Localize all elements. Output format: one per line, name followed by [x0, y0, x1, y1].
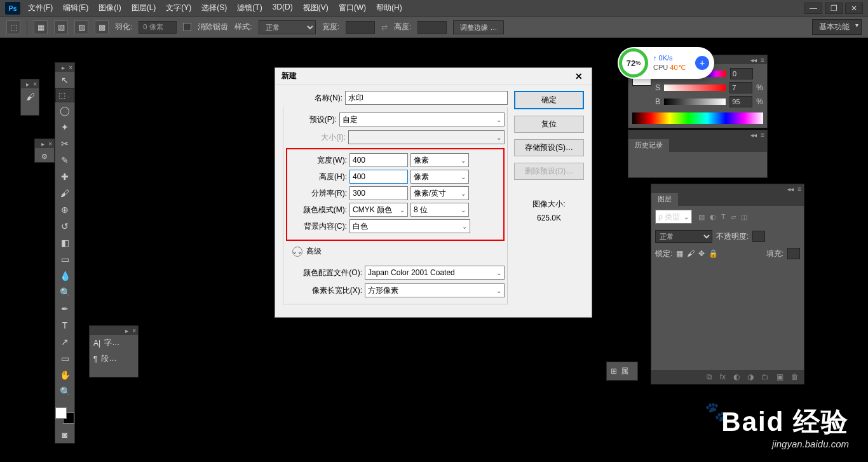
s-slider[interactable] [664, 85, 726, 91]
filter-shape-icon[interactable]: ▱ [731, 213, 736, 221]
save-preset-button[interactable]: 存储预设(S)… [514, 139, 584, 156]
menu-help[interactable]: 帮助(H) [376, 3, 402, 13]
tools-panel-header[interactable]: ▸× [55, 63, 74, 72]
color-swatches[interactable] [55, 407, 74, 424]
preset-select[interactable]: 自定 [339, 112, 505, 126]
h-input[interactable] [730, 68, 753, 79]
bit-depth-select[interactable]: 8 位 [410, 203, 469, 217]
panel-menu-icon[interactable]: ≡ [797, 186, 801, 193]
color-mode-select[interactable]: CMYK 颜色 [349, 203, 408, 217]
pen-tool[interactable]: ✒ [55, 301, 74, 317]
filter-smart-icon[interactable]: ◫ [741, 213, 747, 221]
minimize-button[interactable]: — [804, 3, 822, 14]
collapse-icon[interactable]: ◂◂ [750, 132, 757, 139]
collapsed-panel-1[interactable]: ▸× 🖌 [20, 79, 39, 116]
brush-presets-icon[interactable]: 🖌 [21, 88, 40, 105]
menu-select[interactable]: 选择(S) [201, 3, 227, 13]
pixel-aspect-select[interactable]: 方形像素 [365, 283, 505, 297]
layers-tab[interactable]: 图层 [651, 193, 678, 206]
close-button[interactable]: ✕ [845, 3, 863, 14]
name-input[interactable] [345, 91, 508, 105]
panel-menu-icon[interactable]: ≡ [761, 132, 764, 139]
hand-tool[interactable]: ✋ [55, 367, 74, 383]
dodge-tool[interactable]: 🔍 [55, 284, 74, 301]
healing-tool[interactable]: ✚ [55, 168, 74, 185]
filter-type-icon[interactable]: T [721, 213, 726, 221]
menu-filter[interactable]: 滤镜(T) [237, 3, 262, 13]
lock-trans-icon[interactable]: ▦ [676, 249, 683, 258]
path-select-tool[interactable]: ↗ [55, 334, 74, 350]
marquee-tool[interactable]: ⬚ [55, 88, 74, 102]
magic-wand-tool[interactable]: ✦ [55, 119, 74, 135]
b-input[interactable] [729, 96, 752, 107]
new-adjustment-icon[interactable]: ◑ [747, 372, 754, 381]
selection-intersect-icon[interactable]: ▩ [95, 20, 109, 34]
crop-tool[interactable]: ✂ [55, 135, 74, 152]
stamp-tool[interactable]: ⊕ [55, 201, 74, 218]
menu-window[interactable]: 窗口(W) [339, 3, 366, 13]
width-input[interactable] [349, 153, 408, 167]
layer-filter-select[interactable]: ρ 类型 [655, 210, 692, 224]
antialias-checkbox[interactable] [183, 23, 191, 31]
maximize-button[interactable]: ❐ [825, 3, 843, 14]
fill-input[interactable] [787, 248, 800, 259]
new-layer-icon[interactable]: ▣ [776, 372, 783, 381]
dialog-close-button[interactable]: ✕ [573, 70, 585, 83]
selection-add-icon[interactable]: ▧ [54, 20, 68, 34]
swap-icon[interactable]: ⇄ [381, 23, 388, 32]
spectrum-bar[interactable] [632, 112, 763, 124]
shape-tool[interactable]: ▭ [55, 350, 74, 367]
char-panel-row1[interactable]: A|字… [90, 335, 138, 351]
history-brush-tool[interactable]: ↺ [55, 218, 74, 234]
dialog-title-bar[interactable]: 新建 ✕ [275, 68, 592, 85]
new-group-icon[interactable]: 🗀 [761, 372, 769, 381]
delete-layer-icon[interactable]: 🗑 [791, 372, 799, 381]
cancel-button[interactable]: 复位 [514, 116, 584, 133]
menu-view[interactable]: 视图(V) [303, 3, 329, 13]
workspace-switcher[interactable]: 基本功能 [812, 19, 862, 35]
menu-image[interactable]: 图像(I) [98, 3, 121, 13]
menu-type[interactable]: 文字(Y) [166, 3, 191, 13]
ok-button[interactable]: 确定 [514, 91, 584, 109]
type-tool[interactable]: T [55, 317, 74, 334]
eyedropper-tool[interactable]: ✎ [55, 152, 74, 168]
advanced-toggle[interactable]: ⌄⌄ 高级 [292, 246, 505, 257]
eraser-tool[interactable]: ◧ [55, 234, 74, 251]
feather-input[interactable] [139, 21, 177, 34]
brush-tool[interactable]: 🖌 [55, 185, 74, 201]
menu-3d[interactable]: 3D(D) [273, 3, 293, 13]
blur-tool[interactable]: 💧 [55, 268, 74, 284]
adjustments-icon[interactable]: ⚙ [35, 148, 54, 165]
style-select[interactable]: 正常 [259, 20, 316, 34]
refine-edge-button[interactable]: 调整边缘 … [453, 20, 504, 34]
zoom-tool[interactable]: 🔍 [55, 383, 74, 400]
resolution-input[interactable] [349, 186, 408, 200]
blend-mode-select[interactable]: 正常 [655, 230, 712, 243]
collapse-icon[interactable]: ◂◂ [750, 57, 757, 64]
char-panel-row2[interactable]: ¶段… [90, 351, 138, 367]
width-unit-select[interactable]: 像素 [410, 153, 469, 167]
filter-adjust-icon[interactable]: ◐ [710, 213, 716, 221]
layer-mask-icon[interactable]: ◐ [733, 372, 740, 381]
menu-file[interactable]: 文件(F) [28, 3, 53, 13]
height-unit-select[interactable]: 像素 [410, 170, 469, 184]
collapsed-panel-2[interactable]: ▸× ⚙ [34, 139, 55, 163]
selection-subtract-icon[interactable]: ▨ [74, 20, 88, 34]
collapse-icon[interactable]: ◂◂ [787, 186, 794, 193]
accelerate-button[interactable]: + [695, 56, 709, 70]
quickmask-tool[interactable]: ◙ [55, 426, 74, 443]
char-panel-header[interactable]: ▸× [90, 326, 138, 335]
lasso-tool[interactable]: ◯ [55, 102, 74, 119]
move-tool[interactable]: ↖ [55, 72, 74, 88]
b-slider[interactable] [664, 99, 726, 105]
properties-dock[interactable]: ⊞ 属 [606, 362, 638, 381]
history-tab[interactable]: 历史记录 [628, 139, 669, 152]
bg-content-select[interactable]: 白色 [349, 219, 470, 233]
height-input[interactable] [349, 170, 408, 184]
menu-edit[interactable]: 编辑(E) [63, 3, 88, 13]
cpu-monitor-widget[interactable]: 72% ↑ 0K/s CPU 40℃ + [618, 47, 714, 79]
gradient-tool[interactable]: ▭ [55, 251, 74, 268]
lock-pos-icon[interactable]: ✥ [698, 249, 705, 258]
panel-menu-icon[interactable]: ≡ [761, 57, 764, 64]
opacity-input[interactable] [752, 231, 765, 242]
